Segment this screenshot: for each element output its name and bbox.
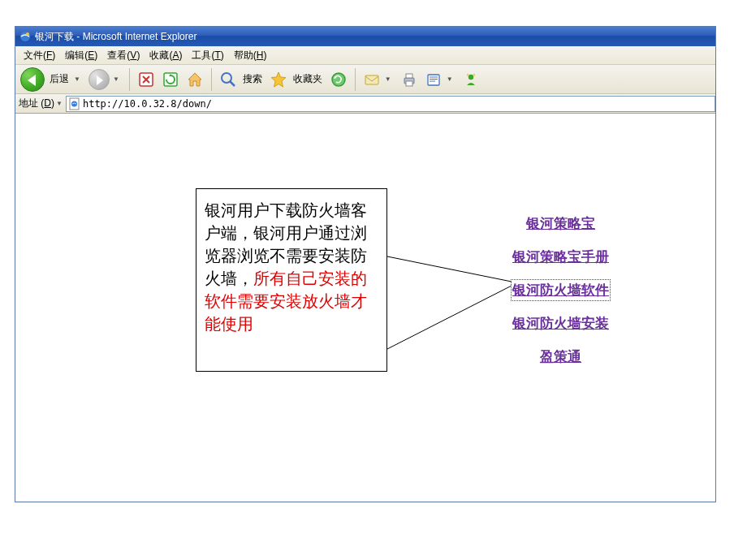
address-bar: 地址 (D) ▼ http://10.0.32.8/down/ (15, 94, 715, 114)
window-title: 银河下载 - Microsoft Internet Explorer (35, 30, 196, 44)
toolbar: 后退 ▼ ▼ 搜索 收藏夹 ▼ ▼ (15, 65, 715, 94)
menu-favorites[interactable]: 收藏(A) (145, 46, 187, 65)
browser-window: 银河下载 - Microsoft Internet Explorer 文件(F)… (15, 26, 716, 502)
toolbar-separator (129, 68, 130, 91)
forward-button[interactable] (87, 67, 111, 92)
svg-line-14 (387, 256, 512, 282)
search-button[interactable] (217, 68, 240, 91)
titlebar: 银河下载 - Microsoft Internet Explorer (15, 27, 715, 46)
menu-help[interactable]: 帮助(H) (229, 46, 272, 65)
mail-dropdown-icon[interactable]: ▼ (385, 75, 391, 83)
svg-point-1 (26, 32, 29, 36)
download-links: 银河策略宝 银河策略宝手册 银河防火墙软件 银河防火墙安装 盈策通 (512, 214, 609, 366)
history-button[interactable] (327, 68, 350, 91)
favorites-button[interactable] (267, 68, 290, 91)
menubar: 文件(F) 编辑(E) 查看(V) 收藏(A) 工具(T) 帮助(H) (15, 46, 715, 65)
back-dropdown-icon[interactable]: ▼ (74, 75, 80, 83)
link-celuebao[interactable]: 银河策略宝 (526, 214, 595, 233)
svg-point-11 (468, 74, 473, 79)
messenger-button[interactable] (460, 68, 482, 91)
link-yingcetong[interactable]: 盈策通 (540, 347, 581, 366)
favorites-label: 收藏夹 (293, 72, 322, 86)
link-celuebao-manual[interactable]: 银河策略宝手册 (512, 248, 609, 266)
refresh-button[interactable] (159, 68, 182, 91)
link-firewall-install[interactable]: 银河防火墙安装 (512, 314, 609, 333)
back-button[interactable] (19, 66, 46, 93)
address-label: 地址 (D) (19, 97, 54, 110)
toolbar-separator (211, 68, 212, 91)
mail-button[interactable] (361, 68, 383, 91)
svg-line-15 (387, 286, 512, 349)
menu-view[interactable]: 查看(V) (102, 46, 145, 65)
edit-dropdown-icon[interactable]: ▼ (447, 75, 453, 83)
link-firewall-software[interactable]: 银河防火墙软件 (512, 281, 609, 299)
callout-box: 银河用户下载防火墙客户端，银河用户通过浏览器浏览不需要安装防火墙，所有自己安装的… (196, 188, 387, 372)
menu-tools[interactable]: 工具(T) (187, 46, 228, 65)
menu-edit[interactable]: 编辑(E) (60, 46, 102, 65)
print-button[interactable] (398, 68, 421, 91)
svg-rect-6 (365, 75, 378, 84)
address-input[interactable]: http://10.0.32.8/down/ (66, 96, 715, 112)
address-url-text: http://10.0.32.8/down/ (83, 98, 212, 110)
menu-file[interactable]: 文件(F) (19, 46, 60, 65)
svg-rect-8 (406, 74, 412, 78)
chevron-down-icon[interactable]: ▼ (56, 100, 63, 107)
page-content: 银河用户下载防火墙客户端，银河用户通过浏览器浏览不需要安装防火墙，所有自己安装的… (15, 114, 715, 502)
svg-rect-10 (428, 75, 439, 85)
home-button[interactable] (184, 68, 206, 91)
forward-dropdown-icon[interactable]: ▼ (113, 75, 119, 83)
search-label: 搜索 (243, 72, 262, 86)
edit-button[interactable] (422, 68, 445, 91)
page-icon (68, 97, 81, 110)
toolbar-separator (355, 68, 356, 91)
ie-icon (19, 30, 32, 43)
stop-button[interactable] (135, 68, 158, 91)
back-label: 后退 (50, 72, 69, 86)
svg-rect-9 (406, 81, 412, 86)
svg-point-5 (332, 73, 345, 86)
